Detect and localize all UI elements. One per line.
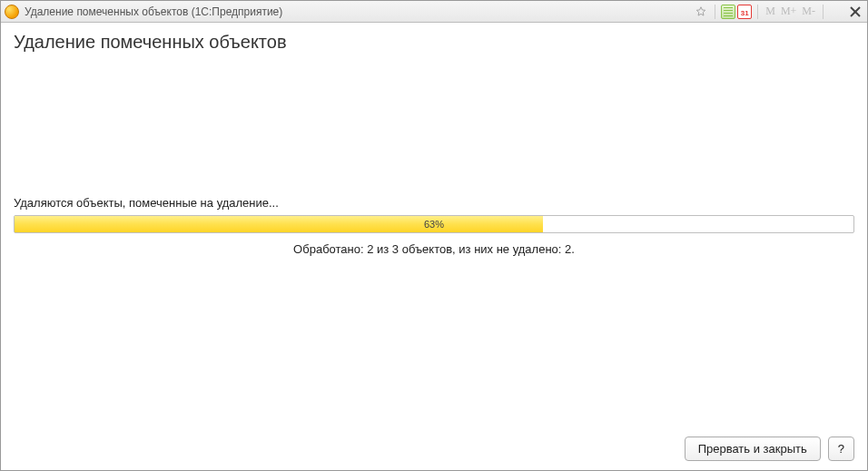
separator — [757, 5, 758, 19]
memory-mminus-icon[interactable]: M- — [800, 4, 817, 20]
favorite-icon[interactable] — [693, 4, 709, 20]
status-label: Удаляются объекты, помеченные на удалени… — [14, 196, 854, 210]
close-icon[interactable] — [847, 4, 863, 20]
content-area: Удаление помеченных объектов Удаляются о… — [1, 23, 867, 470]
progress-percent-label: 63% — [15, 216, 853, 232]
page-title: Удаление помеченных объектов — [14, 32, 854, 53]
calculator-icon[interactable] — [721, 5, 735, 19]
titlebar-controls: 31 M M+ M- — [693, 4, 863, 20]
window-title: Удаление помеченных объектов (1С:Предпри… — [25, 5, 693, 18]
memory-mplus-icon[interactable]: M+ — [779, 4, 798, 20]
maximize-icon[interactable] — [829, 4, 845, 20]
memory-m-icon[interactable]: M — [764, 4, 777, 20]
calendar-icon[interactable]: 31 — [737, 5, 752, 19]
separator — [715, 5, 715, 19]
spacer — [14, 60, 854, 196]
separator — [823, 5, 824, 19]
progress-bar: 63% — [14, 215, 854, 233]
app-icon — [5, 5, 19, 19]
help-button[interactable]: ? — [828, 437, 854, 461]
titlebar: Удаление помеченных объектов (1С:Предпри… — [1, 1, 867, 23]
abort-close-button[interactable]: Прервать и закрыть — [685, 437, 821, 461]
processed-info: Обработано: 2 из 3 объектов, из них не у… — [14, 242, 854, 256]
footer: Прервать и закрыть ? — [685, 437, 854, 461]
